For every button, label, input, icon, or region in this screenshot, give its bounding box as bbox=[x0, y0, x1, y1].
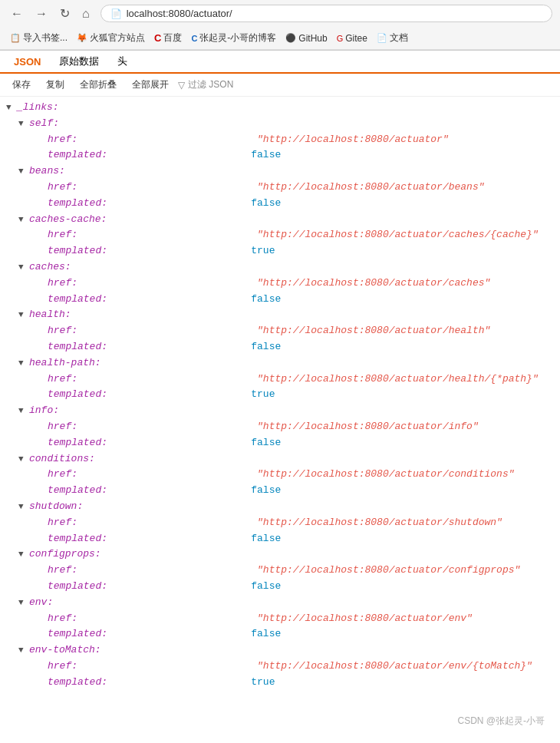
beans-templated-value: false bbox=[251, 196, 281, 212]
self-href-value: "http://localhost:8080/actuator" bbox=[257, 132, 449, 148]
bookmark-github-label: GitHub bbox=[298, 33, 327, 44]
self-key: self: bbox=[29, 116, 59, 132]
health-key: health: bbox=[29, 307, 71, 323]
caches-cache-templated-key: templated: bbox=[48, 243, 107, 259]
bookmark-firefox[interactable]: 🦊 火狐官方站点 bbox=[73, 30, 149, 46]
bookmark-import[interactable]: 📋 导入书签... bbox=[6, 30, 71, 46]
bookmark-import-icon: 📋 bbox=[10, 33, 21, 43]
beans-href-key: href: bbox=[48, 180, 77, 196]
self-templated-toggle bbox=[37, 149, 48, 163]
env-tomatch-href-value: "http://localhost:8080/actuator/env/{toM… bbox=[257, 659, 532, 675]
bookmark-gitee[interactable]: G Gitee bbox=[333, 31, 371, 45]
shutdown-templated-key: templated: bbox=[48, 531, 107, 547]
tab-headers[interactable]: 头 bbox=[108, 51, 137, 72]
bookmarks-bar: 📋 导入书签... 🦊 火狐官方站点 C 百度 C 张起灵-小哥的博客 ⚫ Gi… bbox=[0, 27, 560, 50]
conditions-templated-value: false bbox=[251, 483, 281, 499]
env-templated-key: templated: bbox=[48, 626, 107, 642]
bookmark-docs-icon: 📄 bbox=[377, 33, 387, 43]
caches-href-row: href: "http://localhost:8080/actuator/ca… bbox=[0, 276, 560, 292]
info-href-toggle bbox=[37, 421, 48, 434]
bookmark-import-label: 导入书签... bbox=[23, 31, 68, 45]
health-path-section-row: ▼ health-path: bbox=[0, 355, 560, 372]
shutdown-key: shutdown: bbox=[29, 499, 83, 515]
conditions-key: conditions: bbox=[29, 451, 95, 467]
env-toggle[interactable]: ▼ bbox=[18, 596, 29, 610]
beans-toggle[interactable]: ▼ bbox=[18, 165, 29, 179]
health-path-templated-key: templated: bbox=[48, 387, 107, 403]
filter-area[interactable]: ▽ 过滤 JSON bbox=[178, 78, 233, 91]
health-path-templated-row: templated: true bbox=[0, 387, 560, 403]
configprops-templated-row: templated: false bbox=[0, 579, 560, 595]
self-templated-row: templated: false bbox=[0, 147, 560, 163]
env-tomatch-toggle[interactable]: ▼ bbox=[18, 644, 29, 658]
tab-raw[interactable]: 原始数据 bbox=[50, 51, 108, 72]
home-button[interactable]: ⌂ bbox=[79, 5, 93, 22]
beans-href-toggle bbox=[37, 181, 48, 195]
bookmark-docs-label: 文档 bbox=[390, 31, 408, 45]
caches-toggle[interactable]: ▼ bbox=[18, 261, 29, 275]
info-toggle[interactable]: ▼ bbox=[18, 405, 29, 418]
configprops-href-row: href: "http://localhost:8080/actuator/co… bbox=[0, 563, 560, 579]
browser-toolbar: ← → ↻ ⌂ 📄 localhost:8080/actuator/ bbox=[0, 0, 560, 27]
beans-templated-toggle bbox=[37, 197, 48, 211]
tab-json[interactable]: JSON bbox=[5, 51, 50, 74]
caches-templated-value: false bbox=[251, 292, 281, 308]
root-links-toggle[interactable]: ▼ bbox=[6, 101, 17, 115]
shutdown-toggle[interactable]: ▼ bbox=[18, 500, 29, 514]
self-section-row: ▼ self: bbox=[0, 116, 560, 132]
conditions-href-row: href: "http://localhost:8080/actuator/co… bbox=[0, 467, 560, 483]
bookmark-firefox-label: 火狐官方站点 bbox=[90, 31, 145, 45]
expand-all-button[interactable]: 全部展开 bbox=[126, 77, 175, 93]
beans-key: beans: bbox=[29, 163, 65, 180]
shutdown-section-row: ▼ shutdown: bbox=[0, 499, 560, 515]
bookmark-docs[interactable]: 📄 文档 bbox=[373, 30, 412, 46]
bookmark-baidu[interactable]: C 百度 bbox=[150, 30, 186, 46]
self-href-row: href: "http://localhost:8080/actuator" bbox=[0, 132, 560, 148]
copy-button[interactable]: 复制 bbox=[40, 77, 71, 93]
self-href-toggle bbox=[37, 134, 48, 147]
bookmark-gitee-icon: G bbox=[337, 34, 344, 43]
conditions-href-key: href: bbox=[48, 467, 77, 483]
bookmark-blog[interactable]: C 张起灵-小哥的博客 bbox=[187, 30, 280, 46]
collapse-all-button[interactable]: 全部折叠 bbox=[74, 77, 123, 93]
browser-chrome: ← → ↻ ⌂ 📄 localhost:8080/actuator/ 📋 导入书… bbox=[0, 0, 560, 51]
bookmark-github[interactable]: ⚫ GitHub bbox=[282, 31, 331, 45]
conditions-href-value: "http://localhost:8080/actuator/conditio… bbox=[257, 467, 514, 483]
back-button[interactable]: ← bbox=[8, 5, 26, 22]
beans-href-value: "http://localhost:8080/actuator/beans" bbox=[257, 180, 484, 196]
env-href-key: href: bbox=[48, 611, 77, 627]
bookmark-firefox-icon: 🦊 bbox=[77, 33, 87, 43]
address-bar[interactable]: 📄 localhost:8080/actuator/ bbox=[100, 5, 552, 22]
shutdown-templated-value: false bbox=[251, 531, 281, 547]
caches-cache-toggle[interactable]: ▼ bbox=[18, 213, 29, 227]
refresh-button[interactable]: ↻ bbox=[57, 5, 73, 22]
caches-templated-row: templated: false bbox=[0, 292, 560, 308]
health-path-href-row: href: "http://localhost:8080/actuator/he… bbox=[0, 372, 560, 388]
conditions-templated-row: templated: false bbox=[0, 483, 560, 499]
json-content: ▼ _links: ▼ self: href: "http://localhos… bbox=[0, 97, 560, 693]
self-toggle[interactable]: ▼ bbox=[18, 117, 29, 131]
health-toggle[interactable]: ▼ bbox=[18, 309, 29, 322]
shutdown-href-key: href: bbox=[48, 515, 77, 531]
caches-cache-key: caches-cache: bbox=[29, 212, 107, 228]
shutdown-href-toggle bbox=[37, 517, 48, 530]
configprops-toggle[interactable]: ▼ bbox=[18, 548, 29, 562]
caches-section-row: ▼ caches: bbox=[0, 259, 560, 276]
env-href-value: "http://localhost:8080/actuator/env" bbox=[257, 611, 473, 627]
page-icon: 📄 bbox=[110, 8, 122, 19]
health-path-toggle[interactable]: ▼ bbox=[18, 357, 29, 371]
bookmark-github-icon: ⚫ bbox=[285, 33, 296, 43]
health-href-toggle bbox=[37, 325, 48, 338]
health-path-href-key: href: bbox=[48, 372, 77, 388]
forward-button[interactable]: → bbox=[32, 5, 51, 22]
caches-href-value: "http://localhost:8080/actuator/caches" bbox=[257, 276, 490, 292]
health-path-href-value: "http://localhost:8080/actuator/health/{… bbox=[257, 372, 539, 388]
self-templated-key: templated: bbox=[48, 147, 107, 163]
env-tomatch-templated-key: templated: bbox=[48, 675, 107, 691]
beans-section-row: ▼ beans: bbox=[0, 163, 560, 180]
conditions-toggle[interactable]: ▼ bbox=[18, 453, 29, 467]
info-templated-row: templated: false bbox=[0, 435, 560, 451]
save-button[interactable]: 保存 bbox=[6, 77, 37, 93]
caches-cache-templated-toggle bbox=[37, 245, 48, 259]
shutdown-templated-toggle bbox=[37, 533, 48, 547]
